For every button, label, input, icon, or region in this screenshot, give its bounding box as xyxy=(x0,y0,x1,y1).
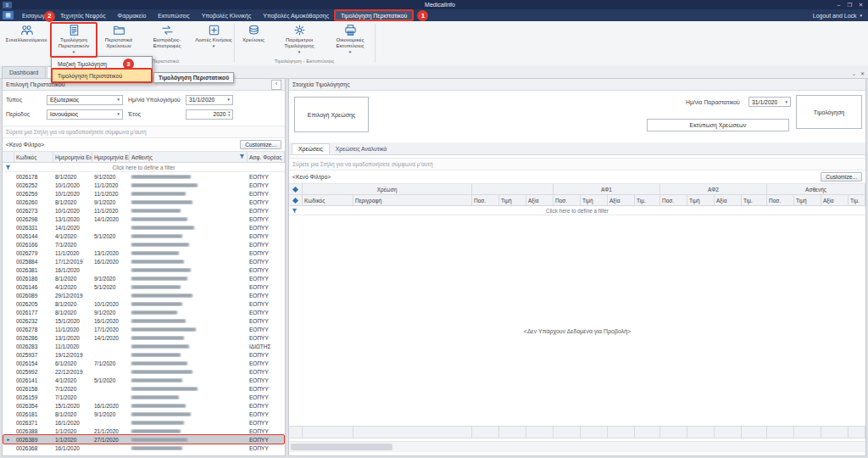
column-header[interactable]: Αξία xyxy=(526,195,554,205)
column-header[interactable]: Κωδικός xyxy=(303,195,353,205)
band-header[interactable]: ΑΦ2 xyxy=(660,184,767,194)
print-charges-button[interactable]: Εκτύπωση Χρεώσεων xyxy=(647,119,789,131)
case-row[interactable]: 00262608/1/20209/1/2020ΕΟΠΥΥ xyxy=(3,198,285,206)
menu-item-maziki-timologisi[interactable]: Μαζική Τιμολόγηση xyxy=(53,58,151,70)
collapse-panel-button[interactable]: ‹ xyxy=(271,80,281,90)
case-row[interactable]: 002628311/1/2020ΙΔΙΩΤΗΣ xyxy=(3,342,285,350)
ribbon-button-oikonomikes-ektyposeis[interactable]: Οικονομικές Εκτυπώσεις▼ xyxy=(326,23,375,57)
calc-date-picker[interactable]: 31/1/2020 ▼ xyxy=(186,95,233,105)
ribbon-button-synallassomenoi[interactable]: Συναλλασσόμενοι xyxy=(2,23,51,57)
app-menu-icon[interactable]: ≡ xyxy=(3,2,12,8)
case-row[interactable]: 002637116/1/2020ΕΟΠΥΥ xyxy=(3,418,285,427)
ribbon-tab-timologisi-peristatikou[interactable]: Τιμολόγηση Περιστατικού1 xyxy=(335,9,413,21)
case-row[interactable]: 002627911/1/202013/1/2020ΕΟΠΥΥ xyxy=(3,249,285,257)
select-charges-button[interactable]: Επιλογή Χρεώσης xyxy=(294,97,369,132)
column-header[interactable]: Τιμή xyxy=(687,195,715,205)
column-header[interactable]: Τιμ. xyxy=(742,195,767,205)
tab-chreoseis-analytika[interactable]: Χρεώσεις Αναλυτικά xyxy=(330,143,392,154)
case-row[interactable]: 00261444/1/20205/1/2020ΕΟΠΥΥ xyxy=(3,232,285,240)
customize-button[interactable]: Customize... xyxy=(821,172,862,182)
column-header[interactable]: Ποσ. xyxy=(767,195,794,205)
ribbon-button-peristatika-chreoseon[interactable]: Περιστατικά Χρεώσεων xyxy=(97,23,141,57)
case-row[interactable]: 002608929/12/2019ΕΟΠΥΥ xyxy=(3,291,285,299)
band-header[interactable] xyxy=(472,184,554,194)
maximize-button[interactable]: ❐ xyxy=(844,2,855,8)
case-row[interactable]: 00261464/1/20205/1/2020ΕΟΠΥΥ xyxy=(3,282,285,291)
filter-define-row[interactable]: Click here to define a filter xyxy=(3,163,285,172)
ribbon-button-timologisi-peristatikon[interactable]: Τιμολόγηση Περιστατικών▼2 xyxy=(51,23,97,57)
filter-define-row[interactable]: Click here to define a filter xyxy=(289,206,865,215)
case-row[interactable]: 00261414/1/20205/1/2020ΕΟΠΥΥ xyxy=(3,376,285,384)
case-row[interactable]: 002638116/1/2020ΕΟΠΥΥ xyxy=(3,265,285,274)
column-header[interactable]: Ποσ. xyxy=(554,195,581,205)
tab-chreoseis[interactable]: Χρεώσεις xyxy=(292,143,330,154)
case-row[interactable]: 002628613/1/202014/1/2020ΕΟΠΥΥ xyxy=(3,333,285,342)
column-header[interactable]: Τιμή xyxy=(581,195,608,205)
column-header[interactable]: Ασθενής xyxy=(130,152,248,162)
case-row[interactable]: 002599222/12/2019ΕΟΠΥΥ xyxy=(3,367,285,376)
case-row[interactable]: 002627811/1/202017/1/2020ΕΟΠΥΥ xyxy=(3,325,285,333)
column-header[interactable]: Τιμ. xyxy=(635,195,660,205)
horizontal-scrollbar[interactable] xyxy=(289,441,865,452)
case-row[interactable]: 00261597/1/2020ΕΟΠΥΥ xyxy=(3,393,285,401)
case-row[interactable]: 00261546/1/20207/1/2020ΕΟΠΥΥ xyxy=(3,359,285,367)
case-row[interactable]: 002629813/1/202014/1/2020ΕΟΠΥΥ xyxy=(3,215,285,223)
case-row[interactable]: 00261788/1/20209/1/2020ΕΟΠΥΥ xyxy=(3,172,285,181)
customize-button[interactable]: Customize... xyxy=(240,140,281,149)
column-header[interactable]: Ποσ. xyxy=(472,195,499,205)
case-row[interactable]: 00261818/1/20209/1/2020ΕΟΠΥΥ xyxy=(3,410,285,418)
ribbon-tab-eisagogi[interactable]: Εισαγωγή xyxy=(16,9,54,21)
minimize-button[interactable]: – xyxy=(833,2,844,8)
menu-item-timologisi-peristatikou[interactable]: Τιμολόγηση Περιστατικού3 xyxy=(53,70,151,81)
year-spinner[interactable]: 2020 ▲▼ xyxy=(186,109,233,120)
case-row[interactable]: 00261587/1/2020ΕΟΠΥΥ xyxy=(3,384,285,393)
column-header[interactable]: Τιμή xyxy=(794,195,821,205)
case-row[interactable]: 002636816/1/2020ΕΟΠΥΥ xyxy=(3,444,285,452)
case-row[interactable]: 002633114/1/2020ΕΟΠΥΥ xyxy=(3,223,285,232)
invoice-button[interactable]: Τιμολόγηση xyxy=(796,95,862,129)
column-header[interactable]: Τιμή xyxy=(499,195,526,205)
chevron-down-icon[interactable]: ⌄ xyxy=(852,70,856,76)
case-row[interactable]: 002625910/1/202011/1/2020ΕΟΠΥΥ xyxy=(3,189,285,198)
column-filter-funnel-icon[interactable] xyxy=(239,154,245,160)
period-combo[interactable]: Ιανουάριος ▼ xyxy=(47,109,123,120)
ribbon-button-chreoseis[interactable]: Χρεώσεις xyxy=(234,23,273,57)
case-row[interactable]: 00261667/1/2020ΕΟΠΥΥ xyxy=(3,240,285,249)
case-row[interactable]: 00262058/1/202010/1/2020ΕΟΠΥΥ xyxy=(3,299,285,308)
case-row[interactable]: 002625210/1/202011/1/2020ΕΟΠΥΥ xyxy=(3,181,285,189)
ribbon-button-eispraxeis-epistrofes[interactable]: Εισπράξεις-Επιστροφές xyxy=(141,23,193,57)
column-header[interactable]: Τιμ. xyxy=(849,195,865,205)
ribbon-button-loipes-kiniseis[interactable]: Λοιπές Κινήσεις▼ xyxy=(193,23,234,57)
ribbon-tab-texnitos-nefros[interactable]: Τεχνητός Νεφρός xyxy=(54,9,112,21)
case-row[interactable]: 002623215/1/202016/1/2020ΕΟΠΥΥ xyxy=(3,316,285,325)
case-row[interactable]: 002627310/1/202011/1/2020ΕΟΠΥΥ xyxy=(3,206,285,215)
column-header[interactable]: Ποσ. xyxy=(660,195,687,205)
close-button[interactable]: ✕ xyxy=(855,2,866,8)
scrollbar-thumb[interactable] xyxy=(291,444,392,450)
close-tab-icon[interactable]: ✕ xyxy=(860,70,865,76)
column-header[interactable]: Ημερομηνία Εισ xyxy=(53,152,92,162)
column-header[interactable]: Αξία xyxy=(821,195,849,205)
case-row[interactable]: 002588417/12/201916/1/2020ΕΟΠΥΥ xyxy=(3,257,285,265)
band-header[interactable]: Χρέωση xyxy=(303,184,472,194)
column-header[interactable]: Αξία xyxy=(608,195,635,205)
column-header[interactable]: Περιγραφή xyxy=(353,195,472,205)
logout-button[interactable]: Logout and Lock ▼ xyxy=(813,9,868,21)
ribbon-tab-ypovoles-aimokatharsis[interactable]: Υποβολές Αιμοκάθαρσης xyxy=(257,9,335,21)
ribbon-tab-farmakeio[interactable]: Φαρμακείο xyxy=(112,9,153,21)
case-row[interactable]: ▸00263891/1/202027/1/2020ΕΟΠΥΥ xyxy=(3,435,285,444)
column-header[interactable]: Αξία xyxy=(715,195,742,205)
type-combo[interactable]: Εξωτερικός ▼ xyxy=(47,95,123,105)
app-logo-icon[interactable]: ▦ xyxy=(3,11,14,20)
spinner-arrows-icon[interactable]: ▲▼ xyxy=(228,111,231,118)
band-header[interactable]: ΑΦ1 xyxy=(554,184,660,194)
band-header[interactable]: Ασθενής xyxy=(767,184,865,194)
ribbon-tab-ektyposeis[interactable]: Εκτυπώσεις xyxy=(152,9,195,21)
column-header[interactable]: Ημερομηνία Εξόδ xyxy=(92,152,130,162)
ribbon-button-parametroi-timologisis[interactable]: Παράμετροι Τιμολόγησης▼ xyxy=(273,23,326,57)
doc-date-picker[interactable]: 31/1/2020 ▼ xyxy=(748,97,791,107)
case-row[interactable]: 00261778/1/20209/1/2020ΕΟΠΥΥ xyxy=(3,308,285,316)
case-row[interactable]: 002593719/12/2019ΕΟΠΥΥ xyxy=(3,350,285,359)
case-row[interactable]: 002635415/1/202016/1/2020ΕΟΠΥΥ xyxy=(3,401,285,410)
case-row[interactable]: 00263881/1/202021/1/2020ΕΟΠΥΥ xyxy=(3,427,285,435)
